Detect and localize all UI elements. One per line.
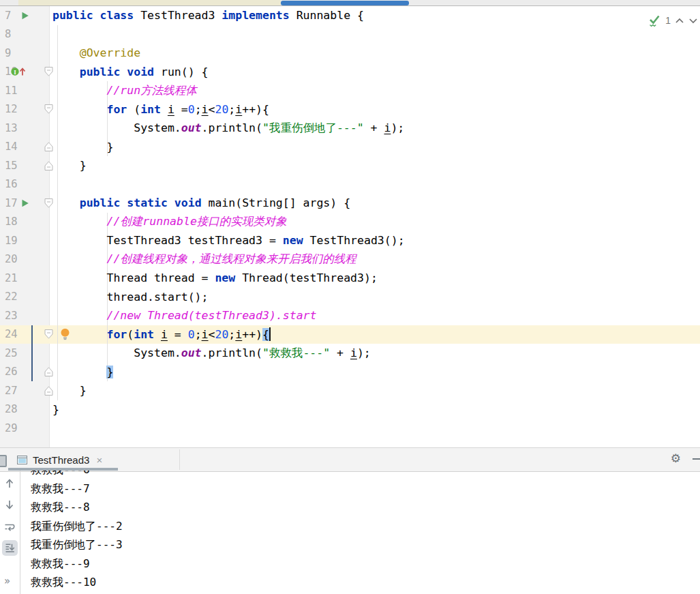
toolbar-separator bbox=[20, 471, 20, 594]
inspections-widget[interactable]: 1 bbox=[648, 13, 698, 28]
line-number[interactable]: 15 bbox=[5, 160, 18, 172]
line-number[interactable]: 27 bbox=[5, 385, 18, 397]
code-line-9[interactable]: 9 @Override bbox=[0, 44, 700, 63]
close-icon[interactable]: × bbox=[96, 454, 102, 466]
code-text[interactable]: } bbox=[52, 138, 113, 157]
code-text[interactable]: //run方法线程体 bbox=[52, 81, 197, 100]
code-token: int bbox=[140, 103, 161, 116]
code-text[interactable]: @Override bbox=[52, 44, 140, 63]
code-token: ; bbox=[228, 328, 235, 341]
line-number[interactable]: 29 bbox=[5, 422, 18, 434]
line-number[interactable]: 8 bbox=[5, 28, 11, 40]
code-line-26[interactable]: 26 } bbox=[0, 363, 700, 382]
code-token: System. bbox=[52, 121, 181, 134]
chevron-down-icon[interactable] bbox=[688, 18, 698, 24]
code-editor[interactable]: 7public class TestThread3 implements Run… bbox=[0, 6, 700, 447]
line-number[interactable]: 7 bbox=[5, 10, 11, 22]
line-number[interactable]: 20 bbox=[5, 253, 18, 265]
code-token: out bbox=[181, 346, 202, 359]
code-line-14[interactable]: 14 } bbox=[0, 138, 700, 157]
code-line-16[interactable]: 16 bbox=[0, 175, 700, 194]
code-text[interactable]: Thread thread = new Thread(testThread3); bbox=[52, 269, 378, 288]
gear-icon[interactable]: ⚙ bbox=[671, 451, 681, 465]
code-line-29[interactable]: 29 bbox=[0, 419, 700, 438]
scroll-up-icon[interactable] bbox=[4, 478, 15, 489]
code-text[interactable]: } bbox=[52, 156, 87, 175]
code-line-18[interactable]: 18 //创建runnable接口的实现类对象 bbox=[0, 213, 700, 232]
code-token: ; bbox=[195, 328, 202, 341]
line-number[interactable]: 21 bbox=[5, 272, 18, 284]
code-text[interactable]: for (int i =0;i<20;i++){ bbox=[52, 100, 269, 119]
scroll-end-icon[interactable] bbox=[2, 540, 18, 556]
override-marker-icon[interactable]: I bbox=[10, 67, 27, 77]
minimize-icon[interactable] bbox=[693, 458, 700, 460]
code-text[interactable]: System.out.println("救救我---" + i); bbox=[52, 344, 371, 363]
code-token: ++) bbox=[242, 328, 262, 341]
code-token: public void bbox=[80, 65, 154, 78]
code-line-20[interactable]: 20 //创建线程对象，通过线程对象来开启我们的线程 bbox=[0, 250, 700, 269]
code-token: = bbox=[168, 328, 188, 341]
line-number[interactable]: 11 bbox=[5, 85, 18, 97]
line-number[interactable]: 17 bbox=[5, 197, 18, 209]
line-number[interactable]: 26 bbox=[5, 366, 18, 378]
run-icon[interactable] bbox=[20, 11, 29, 20]
code-text[interactable]: thread.start(); bbox=[52, 288, 208, 307]
run-icon[interactable] bbox=[20, 198, 29, 207]
scroll-down-icon[interactable] bbox=[4, 499, 15, 510]
code-line-7[interactable]: 7public class TestThread3 implements Run… bbox=[0, 6, 700, 25]
line-number[interactable]: 19 bbox=[5, 235, 18, 247]
line-number[interactable]: 18 bbox=[5, 216, 18, 228]
code-line-12[interactable]: 12 for (int i =0;i<20;i++){ bbox=[0, 100, 700, 119]
code-text[interactable]: System.out.println("我重伤倒地了---" + i); bbox=[52, 119, 404, 138]
code-line-22[interactable]: 22 thread.start(); bbox=[0, 288, 700, 307]
code-token: System. bbox=[52, 346, 181, 359]
code-text[interactable]: //创建线程对象，通过线程对象来开启我们的线程 bbox=[52, 250, 356, 269]
console-output-area[interactable]: » 救救我---6救救我---7救救我---8我重伤倒地了---2我重伤倒地了-… bbox=[0, 471, 700, 594]
code-line-19[interactable]: 19 TestThread3 testThread3 = new TestThr… bbox=[0, 231, 700, 250]
code-line-15[interactable]: 15 } bbox=[0, 156, 700, 175]
line-number[interactable]: 24 bbox=[5, 328, 18, 340]
code-text[interactable]: public static void main(String[] args) { bbox=[52, 194, 350, 213]
code-line-17[interactable]: 17 public static void main(String[] args… bbox=[0, 194, 700, 213]
line-number[interactable]: 14 bbox=[5, 140, 18, 153]
code-line-8[interactable]: 8 bbox=[0, 25, 700, 44]
chevron-up-icon[interactable] bbox=[675, 18, 684, 24]
code-line-10[interactable]: 10I public void run() { bbox=[0, 63, 700, 82]
code-text[interactable]: for(int i = 0;i<20;i++){ bbox=[52, 325, 271, 344]
line-number[interactable]: 23 bbox=[5, 310, 18, 322]
code-token: ( bbox=[127, 328, 134, 341]
code-line-13[interactable]: 13 System.out.println("我重伤倒地了---" + i); bbox=[0, 119, 700, 138]
soft-wrap-icon[interactable] bbox=[4, 522, 16, 533]
code-token: i bbox=[202, 328, 209, 341]
code-token: } bbox=[52, 159, 87, 172]
code-text[interactable]: } bbox=[52, 381, 87, 400]
code-token: Runnable { bbox=[290, 9, 364, 22]
code-line-24[interactable]: 24 for(int i = 0;i<20;i++){ bbox=[0, 325, 700, 344]
code-line-21[interactable]: 21 Thread thread = new Thread(testThread… bbox=[0, 269, 700, 288]
line-number[interactable]: 28 bbox=[5, 403, 18, 415]
code-text[interactable]: public void run() { bbox=[52, 63, 209, 82]
code-text[interactable]: //new Thread(testThread3).start bbox=[52, 306, 316, 325]
code-token bbox=[52, 103, 106, 116]
line-number[interactable]: 25 bbox=[5, 347, 18, 359]
code-text[interactable]: public class TestThread3 implements Runn… bbox=[52, 6, 364, 25]
code-text[interactable]: } bbox=[52, 363, 113, 382]
code-line-25[interactable]: 25 System.out.println("救救我---" + i); bbox=[0, 344, 700, 363]
more-icon[interactable]: » bbox=[4, 575, 9, 587]
console-output-line: 我重伤倒地了---2 bbox=[31, 518, 123, 537]
line-number[interactable]: 13 bbox=[5, 122, 18, 134]
code-text[interactable]: TestThread3 testThread3 = new TestThread… bbox=[52, 231, 405, 250]
line-number[interactable]: 16 bbox=[5, 178, 18, 190]
code-line-27[interactable]: 27 } bbox=[0, 381, 700, 400]
code-text[interactable]: } bbox=[52, 400, 59, 419]
code-line-11[interactable]: 11 //run方法线程体 bbox=[0, 81, 700, 100]
code-token: TestThread3 testThread3 = bbox=[52, 234, 283, 247]
line-number[interactable]: 9 bbox=[5, 47, 11, 59]
code-line-28[interactable]: 28} bbox=[0, 400, 700, 419]
code-line-23[interactable]: 23 //new Thread(testThread3).start bbox=[0, 306, 700, 325]
inspection-check-icon[interactable] bbox=[648, 14, 661, 27]
code-token bbox=[52, 309, 106, 322]
code-text[interactable]: //创建runnable接口的实现类对象 bbox=[52, 213, 287, 232]
line-number[interactable]: 22 bbox=[5, 291, 18, 303]
line-number[interactable]: 12 bbox=[5, 103, 18, 115]
